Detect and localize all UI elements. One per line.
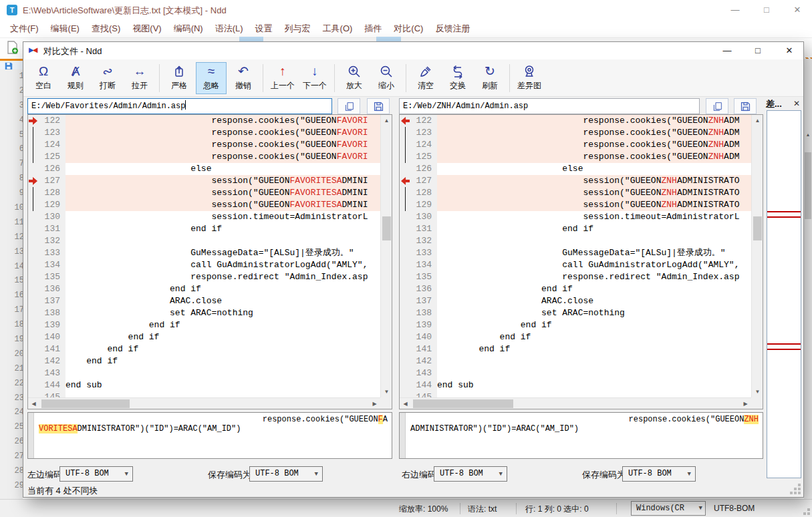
ignore-button[interactable]: ≈忽略 — [196, 62, 227, 94]
code-line[interactable]: 135 response.redirect "Admin_Index.asp — [28, 271, 380, 283]
code-line[interactable]: 140 end if — [400, 331, 751, 343]
menu-item[interactable]: 编辑(E) — [45, 21, 86, 37]
scroll-up-icon[interactable]: ▲ — [752, 115, 763, 126]
menu-item[interactable]: 插件 — [358, 21, 388, 37]
diff-map[interactable] — [767, 110, 801, 478]
scroll-right-icon[interactable]: ▶ — [740, 398, 751, 409]
right-encoding-select[interactable]: UTF-8 BOM ▼ — [434, 466, 507, 482]
code-line[interactable]: 124 response.cookies("GUEEONFAVORI — [28, 139, 380, 151]
code-line[interactable]: 131 end if — [400, 223, 751, 235]
scrollbar-thumb[interactable] — [753, 216, 762, 240]
left-browse-button[interactable] — [337, 98, 360, 114]
menu-item[interactable]: 视图(V) — [126, 21, 167, 37]
code-line[interactable]: 143 — [28, 367, 380, 379]
dialog-maximize-button[interactable]: □ — [747, 42, 769, 59]
menu-item[interactable]: 设置 — [249, 21, 279, 37]
code-line[interactable]: 133 GuMessageData="[ALSu]|登录成功。" — [28, 247, 380, 259]
refresh-button[interactable]: ↻刷新 — [475, 62, 505, 94]
code-line[interactable]: 137 ARAC.close — [400, 295, 751, 307]
zoom-out-button[interactable]: 缩小 — [371, 62, 402, 94]
code-line[interactable]: 138 set ARAC=nothing — [400, 307, 751, 319]
scroll-up-icon[interactable]: ▲ — [805, 132, 811, 137]
left-vertical-scrollbar[interactable]: ▲ ▼ — [380, 115, 392, 397]
right-browse-button[interactable] — [706, 98, 728, 114]
code-line[interactable]: 127 session("GUEEONFAVORITESADMINI — [28, 175, 380, 187]
code-line[interactable]: 134 call GuAdministratorLogAdd("AMLY", — [28, 259, 380, 271]
left-horizontal-scrollbar[interactable]: ◀ ▶ — [28, 397, 380, 409]
code-line[interactable]: 143 — [400, 367, 751, 379]
code-line[interactable]: 137 ARAC.close — [28, 295, 380, 307]
stretch-button[interactable]: ↔拉开 — [124, 62, 155, 94]
menu-item[interactable]: 工具(O) — [317, 21, 359, 37]
code-line[interactable]: 136 end if — [28, 283, 380, 295]
code-line[interactable]: 130 session.timeout=AdministratorL — [28, 211, 380, 223]
swap-button[interactable]: 交换 — [442, 62, 473, 94]
break-button[interactable]: ∾打断 — [92, 62, 123, 94]
resize-grip[interactable] — [807, 512, 810, 515]
code-line[interactable]: 145 — [400, 391, 751, 397]
scroll-right-icon[interactable]: ▶ — [369, 398, 380, 409]
code-line[interactable]: 141 end if — [28, 343, 380, 355]
code-line[interactable]: 142 end if — [28, 355, 380, 367]
code-line[interactable]: 128 session("GUEEONFAVORITESADMINI — [28, 187, 380, 199]
code-line[interactable]: 125 response.cookies("GUEEONZNHADM — [400, 151, 751, 163]
main-maximize-button[interactable]: □ — [755, 0, 778, 20]
code-line[interactable]: 140 end if — [28, 331, 380, 343]
code-line[interactable]: 144end sub — [28, 379, 380, 391]
right-save-button[interactable] — [734, 98, 757, 114]
main-editor-scrollbar[interactable]: ▲ — [804, 59, 812, 499]
menu-item[interactable]: 语法(L) — [209, 21, 249, 37]
code-line[interactable]: 129 session("GUEEONZNHADMINISTRATO — [400, 199, 751, 211]
code-line[interactable]: 126 else — [400, 163, 751, 175]
code-line[interactable]: 134 call GuAdministratorLogAdd("AMLY", — [400, 259, 751, 271]
code-line[interactable]: 122 response.cookies("GUEEONFAVORI — [28, 115, 380, 127]
dialog-resize-grip[interactable] — [798, 492, 801, 494]
code-line[interactable]: 139 end if — [28, 319, 380, 331]
code-line[interactable]: 144end sub — [400, 379, 751, 391]
code-line[interactable]: 142 — [400, 355, 751, 367]
zoom-in-button[interactable]: 放大 — [339, 62, 370, 94]
right-horizontal-scrollbar[interactable]: ◀ ▶ — [400, 397, 751, 409]
code-line[interactable]: 138 set ARAC=nothing — [28, 307, 380, 319]
scroll-left-icon[interactable]: ◀ — [28, 398, 39, 409]
next-button[interactable]: ↓下一个 — [299, 62, 330, 94]
code-line[interactable]: 123 response.cookies("GUEEONFAVORI — [28, 127, 380, 139]
code-line[interactable]: 127 session("GUEEONZNHADMINISTRATO — [400, 175, 751, 187]
code-line[interactable]: 132 — [28, 235, 380, 247]
menu-item[interactable]: 列与宏 — [279, 21, 317, 37]
menu-item[interactable]: 对比(C) — [388, 21, 429, 37]
right-file-path-input[interactable]: E:/Web/ZNH/Admin/Admin.asp — [399, 98, 700, 114]
strict-button[interactable]: 严格 — [164, 62, 194, 94]
scroll-down-icon[interactable]: ▼ — [752, 386, 763, 397]
left-save-button[interactable] — [367, 98, 390, 114]
code-line[interactable]: 141 end if — [400, 343, 751, 355]
code-line[interactable]: 122 response.cookies("GUEEONZNHADM — [400, 115, 751, 127]
code-line[interactable]: 128 session("GUEEONZNHADMINISTRATO — [400, 187, 751, 199]
code-line[interactable]: 132 — [400, 235, 751, 247]
code-line[interactable]: 133 GuMessageData="[ALSu]|登录成功。" — [400, 247, 751, 259]
code-line[interactable]: 123 response.cookies("GUEEONZNHADM — [400, 127, 751, 139]
blank-button[interactable]: Ω空白 — [28, 62, 59, 94]
right-vertical-scrollbar[interactable]: ▲ ▼ — [751, 115, 763, 397]
scrollbar-thumb[interactable] — [41, 399, 130, 408]
scroll-down-icon[interactable]: ▼ — [381, 386, 392, 397]
code-line[interactable]: 130 session.timeout=AdministratorL — [400, 211, 751, 223]
code-line[interactable]: 124 response.cookies("GUEEONZNHADM — [400, 139, 751, 151]
clear-button[interactable]: 清空 — [410, 62, 441, 94]
code-line[interactable]: 135 response.redirect "Admin_Index.asp — [400, 271, 751, 283]
menu-item[interactable]: 编码(N) — [168, 21, 209, 37]
previous-button[interactable]: ↑上一个 — [267, 62, 298, 94]
scrollbar-thumb[interactable] — [413, 399, 513, 408]
left-file-path-input[interactable]: E:/Web/Favorites/Admin/Admin.asp — [27, 98, 332, 114]
undo-button[interactable]: ↶撤销 — [228, 62, 259, 94]
diff-map-close-button[interactable]: ✕ — [791, 98, 802, 109]
main-minimize-button[interactable]: — — [724, 0, 747, 20]
scroll-up-icon[interactable]: ▲ — [381, 115, 392, 126]
diff-map-button[interactable]: 差异图 — [514, 62, 545, 94]
left-encoding-select[interactable]: UTF-8 BOM ▼ — [59, 466, 133, 482]
dialog-minimize-button[interactable]: — — [716, 42, 738, 59]
code-line[interactable]: 131 end if — [28, 223, 380, 235]
scroll-left-icon[interactable]: ◀ — [400, 398, 411, 409]
menu-item[interactable]: 文件(F) — [4, 21, 45, 37]
main-close-button[interactable]: ✕ — [786, 0, 809, 20]
